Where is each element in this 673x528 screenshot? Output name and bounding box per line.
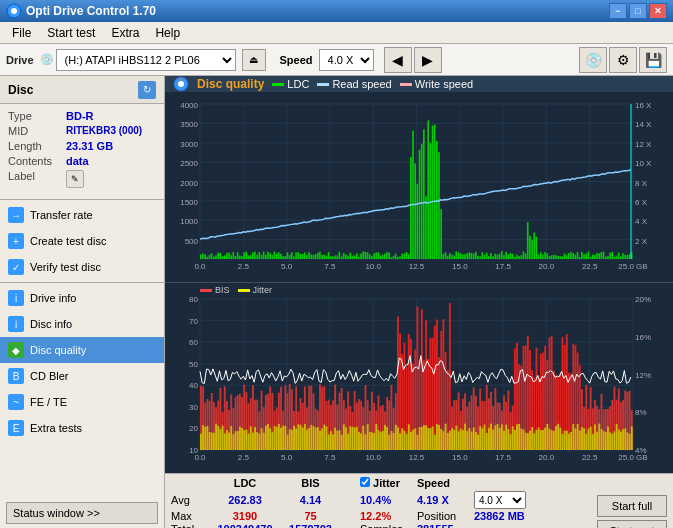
avg-ldc: 262.83 [209,494,281,506]
create-test-label: Create test disc [30,235,106,247]
window-controls: − □ ✕ [609,3,667,19]
disc-label-row: Label ✎ [8,170,156,188]
sidebar-item-create-test-disc[interactable]: + Create test disc [0,228,164,254]
sidebar-item-fe-te[interactable]: ~ FE / TE [0,389,164,415]
jitter-checkbox[interactable] [360,477,370,487]
chart-icon [173,76,189,92]
close-button[interactable]: ✕ [649,3,667,19]
stats-max-row: Max 3190 75 12.2% Position 23862 MB [171,510,589,522]
sidebar-item-extra-tests[interactable]: E Extra tests [0,415,164,441]
svg-point-1 [11,8,17,14]
menu-start-test[interactable]: Start test [39,24,103,42]
extra-tests-label: Extra tests [30,422,82,434]
toolbar-disc-button[interactable]: 💿 [579,47,607,73]
position-value: 23862 MB [474,510,526,522]
sidebar-item-transfer-rate[interactable]: → Transfer rate [0,202,164,228]
svg-point-3 [178,81,184,87]
menu-file[interactable]: File [4,24,39,42]
fe-te-icon: ~ [8,394,24,410]
top-chart [165,92,673,283]
main-content: Disc quality LDC Read speed Write speed [165,76,673,528]
ldc-label: LDC [287,78,309,90]
read-dot [317,83,329,86]
drive-info-icon: i [8,290,24,306]
max-bis: 75 [283,510,338,522]
jitter-col-header: Jitter [360,477,415,489]
disc-header: Disc ↻ [0,76,164,104]
toolbar-settings-button[interactable]: ⚙ [609,47,637,73]
toolbar-save-button[interactable]: 💾 [639,47,667,73]
disc-contents-value: data [66,155,89,167]
total-label: Total [171,523,207,528]
total-bis: 1579703 [283,523,338,528]
disc-refresh-button[interactable]: ↻ [138,81,156,99]
charts-area: BIS Jitter LDC BIS [165,92,673,528]
menu-help[interactable]: Help [147,24,188,42]
minimize-button[interactable]: − [609,3,627,19]
speed-select[interactable]: 4.0 X [319,49,374,71]
speed-col-header: Speed [417,477,472,489]
label-edit-button[interactable]: ✎ [66,170,84,188]
disc-length-row: Length 23.31 GB [8,140,156,152]
menu-bar: File Start test Extra Help [0,22,673,44]
drive-info-label: Drive info [30,292,76,304]
disc-mid-label: MID [8,125,66,137]
disc-quality-icon: ◆ [8,342,24,358]
max-label: Max [171,510,207,522]
transfer-rate-icon: → [8,207,24,223]
start-part-button[interactable]: Start part [597,520,667,528]
bottom-chart-canvas [165,283,673,468]
disc-length-label: Length [8,140,66,152]
extra-tests-icon: E [8,420,24,436]
ldc-dot [272,83,284,86]
cd-bler-label: CD Bler [30,370,69,382]
speed-left-button[interactable]: ◀ [384,47,412,73]
disc-info-icon: i [8,316,24,332]
start-full-button[interactable]: Start full [597,495,667,517]
sidebar-divider-1 [0,199,164,200]
stats-container: LDC BIS Jitter Speed Avg 262 [171,477,667,528]
disc-mid-value: RITEKBR3 (000) [66,125,142,137]
avg-speed: 4.19 X [417,494,472,506]
disc-quality-label: Disc quality [30,344,86,356]
chart-title: Disc quality [197,77,264,91]
max-jitter: 12.2% [360,510,415,522]
jitter-label: Jitter [253,285,273,295]
drive-bar: Drive 💿 (H:) ATAPI iHBS112 2 PL06 ⏏ Spee… [0,44,673,76]
drive-icon: 💿 [40,53,54,66]
cd-bler-icon: B [8,368,24,384]
eject-button[interactable]: ⏏ [242,49,266,71]
stats-bar: LDC BIS Jitter Speed Avg 262 [165,473,673,528]
menu-extra[interactable]: Extra [103,24,147,42]
stats-left: LDC BIS Jitter Speed Avg 262 [171,477,589,528]
sidebar-item-cd-bler[interactable]: B CD Bler [0,363,164,389]
speed-right-button[interactable]: ▶ [414,47,442,73]
drive-select[interactable]: (H:) ATAPI iHBS112 2 PL06 [56,49,236,71]
avg-bis: 4.14 [283,494,338,506]
start-buttons: Start full Start part [597,477,667,528]
disc-contents-row: Contents data [8,155,156,167]
legend-read: Read speed [317,78,391,90]
disc-mid-row: MID RITEKBR3 (000) [8,125,156,137]
status-window-button[interactable]: Status window >> [6,502,158,524]
sidebar-item-disc-info[interactable]: i Disc info [0,311,164,337]
transfer-rate-label: Transfer rate [30,209,93,221]
avg-label: Avg [171,494,207,506]
legend-ldc: LDC [272,78,309,90]
speed-select-stats[interactable]: 4.0 X [474,491,526,509]
sidebar-divider-2 [0,282,164,283]
bis-label: BIS [215,285,230,295]
sidebar-item-drive-info[interactable]: i Drive info [0,285,164,311]
position-label: Position [417,510,472,522]
verify-test-icon: ✓ [8,259,24,275]
app-title: Opti Drive Control 1.70 [26,4,609,18]
sidebar-item-verify-test-disc[interactable]: ✓ Verify test disc [0,254,164,280]
jitter-dot [238,289,250,292]
main-layout: Disc ↻ Type BD-R MID RITEKBR3 (000) Leng… [0,76,673,528]
sidebar-item-disc-quality[interactable]: ◆ Disc quality [0,337,164,363]
drive-label: Drive [6,54,34,66]
sidebar: Disc ↻ Type BD-R MID RITEKBR3 (000) Leng… [0,76,165,528]
maximize-button[interactable]: □ [629,3,647,19]
stats-header-row: LDC BIS Jitter Speed [171,477,589,489]
bis-dot [200,289,212,292]
